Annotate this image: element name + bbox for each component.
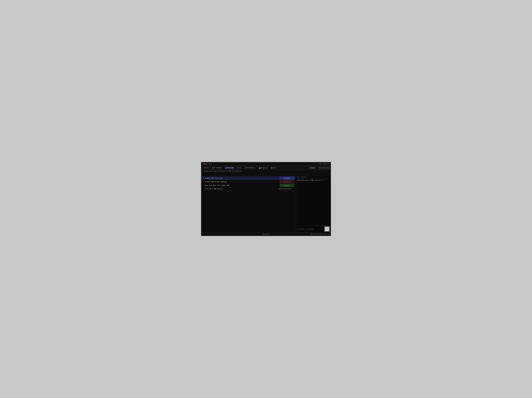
nav-security[interactable]: 🔒 Security (257, 167, 269, 169)
my-favorite-button[interactable]: My Favorite (318, 167, 330, 169)
nav-bar: ☰ Main ▲ OC Tweaker ⚙ Advanced ✕ Tool ◎ … (201, 166, 331, 170)
qr-section: Get details via QR code (297, 225, 330, 232)
nav-security-label: Security (261, 167, 268, 169)
description-title: Description (297, 176, 330, 179)
nav-advanced[interactable]: ⚙ Advanced (224, 167, 235, 169)
exit-icon: ⬡ (310, 167, 311, 169)
enable-vmd-value[interactable]: Enabled (280, 177, 294, 180)
nav-boot-label: Boot (273, 167, 276, 169)
setting-row-map-root-port[interactable]: ■ Map this Root Port under VMD Enabled (201, 184, 296, 187)
top-bar-left: ASRock UEFI (203, 163, 212, 165)
nav-oc-tweaker-label: OC Tweaker (214, 167, 222, 169)
setting-row-root-port-bdf: ■ Root Port BDF details SATA Controller (201, 187, 296, 190)
map-root-port-value[interactable]: Enabled (280, 184, 294, 187)
uefi-label: UEFI (209, 163, 212, 165)
qr-label: Get details via QR code (297, 228, 313, 230)
page-title-bar: VMD Configuration (201, 173, 331, 175)
vmd-global-value[interactable]: Disabled (280, 180, 294, 183)
nav-oc-tweaker[interactable]: ▲ OC Tweaker (211, 167, 223, 169)
status-language: English (263, 234, 269, 235)
nav-tool[interactable]: ✕ Tool (235, 167, 243, 169)
map-root-port-label: Map this Root Port under VMD (205, 185, 280, 186)
right-panel: Description Enable/Disable to VMD contro… (296, 175, 331, 233)
breadcrumb: Advanced\Storage Configuration\VMD Confi… (205, 171, 242, 172)
nav-tool-label: Tool (238, 167, 241, 169)
nav-hw-monitor[interactable]: ◎ H/W Monitor (243, 167, 257, 169)
nav-advanced-label: Advanced (227, 167, 233, 169)
security-icon: 🔒 (259, 167, 261, 169)
monitor-icon: ◎ (245, 167, 246, 169)
menu-icon: ☰ (204, 167, 205, 169)
setting-row-enable-vmd-global[interactable]: ■ Enable VMD Global Mapping Disabled (201, 180, 296, 184)
bios-window: ASRock UEFI Easy Mode(F6) ☰ Main ▲ OC Tw… (201, 162, 331, 236)
oc-icon: ▲ (212, 167, 213, 169)
root-port-bdf-value: SATA Controller (277, 188, 294, 190)
status-bar: English Wed 08/31/2022 14:57:22 (201, 233, 331, 236)
root-port-bdf-label: Root Port BDF details (205, 188, 277, 190)
content-area: ■ Enable VMD controller Enabled ■ Enable… (201, 175, 331, 233)
asrock-logo: ASRock (203, 163, 208, 165)
top-bar-right: Easy Mode(F6) (319, 163, 329, 165)
enable-vmd-label: Enable VMD controller (205, 177, 280, 179)
tool-icon: ✕ (237, 167, 238, 169)
nav-exit[interactable]: ⬡ Exit (308, 167, 316, 169)
nav-boot[interactable]: ⏻ Boot (270, 167, 278, 169)
row-marker-bdf: ■ (203, 188, 204, 190)
top-bar: ASRock UEFI Easy Mode(F6) (201, 162, 331, 166)
qr-code-image (324, 226, 330, 232)
description-text: Enable/Disable to VMD controller ▼ (297, 180, 330, 224)
nav-main-label: Main (205, 167, 209, 169)
row-marker-enable-vmd: ■ (203, 177, 204, 179)
row-marker-map-root: ■ (203, 185, 204, 186)
easy-mode-label: Easy Mode(F6) (319, 163, 329, 165)
nav-main[interactable]: ☰ Main (202, 167, 210, 169)
boot-icon: ⏻ (271, 167, 272, 169)
nav-exit-label: Exit (311, 167, 315, 169)
status-datetime: Wed 08/31/2022 14:57:22 (311, 234, 329, 235)
breadcrumb-arrow-icon: ◄ (203, 171, 204, 172)
vmd-global-label: Enable VMD Global Mapping (205, 181, 280, 183)
left-panel: ■ Enable VMD controller Enabled ■ Enable… (201, 175, 296, 233)
row-marker-vmd-global: ■ (203, 181, 204, 183)
advanced-icon: ⚙ (225, 167, 226, 169)
breadcrumb-bar: ◄ Advanced\Storage Configuration\VMD Con… (201, 170, 331, 173)
setting-row-enable-vmd-controller[interactable]: ■ Enable VMD controller Enabled (201, 176, 296, 180)
nav-hw-monitor-label: H/W Monitor (246, 167, 255, 169)
